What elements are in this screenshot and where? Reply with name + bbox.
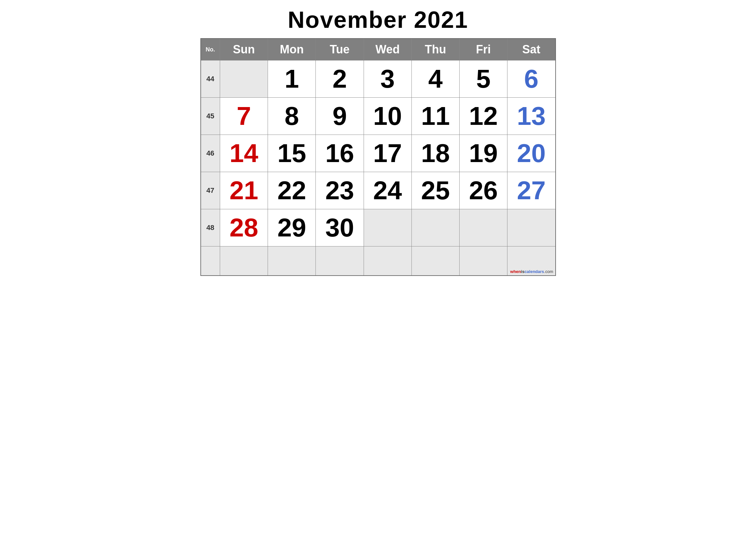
day-cell-22: 22 [268, 172, 316, 209]
week-row-46: 4614151617181920 [201, 135, 555, 172]
watermark: wheniscalendars.com [510, 269, 554, 274]
day-cell-14: 14 [220, 135, 268, 172]
day-cell-16: 16 [316, 135, 364, 172]
week-row-48: 48282930 [201, 209, 555, 246]
header-fri: Fri [459, 39, 507, 61]
day-cell-30: 30 [316, 209, 364, 246]
calendar-table: No. Sun Mon Tue Wed Thu Fri Sat 44123456… [201, 38, 556, 276]
day-cell-empty [412, 209, 459, 246]
day-cell-empty [507, 209, 555, 246]
week-number-44: 44 [201, 61, 220, 98]
day-cell-28: 28 [220, 209, 268, 246]
day-cell-3: 3 [364, 61, 412, 98]
empty-cell-last [201, 246, 220, 276]
day-cell-21: 21 [220, 172, 268, 209]
day-cell-empty [364, 209, 412, 246]
day-cell-8: 8 [268, 98, 316, 135]
calendar-title: November 2021 [201, 7, 556, 33]
day-cell-15: 15 [268, 135, 316, 172]
empty-cell-last [364, 246, 412, 276]
week-row-44: 44123456 [201, 61, 555, 98]
header-sat: Sat [507, 39, 555, 61]
watermark-cell: wheniscalendars.com [507, 246, 555, 276]
day-cell-5: 5 [459, 61, 507, 98]
empty-cell-last [268, 246, 316, 276]
day-cell-18: 18 [412, 135, 459, 172]
week-number-47: 47 [201, 172, 220, 209]
day-cell-17: 17 [364, 135, 412, 172]
header-no: No. [201, 39, 220, 61]
header-thu: Thu [412, 39, 459, 61]
day-cell-19: 19 [459, 135, 507, 172]
empty-cell-last [316, 246, 364, 276]
header-wed: Wed [364, 39, 412, 61]
day-cell-2: 2 [316, 61, 364, 98]
empty-cell-last [459, 246, 507, 276]
day-cell-27: 27 [507, 172, 555, 209]
day-cell-empty [220, 61, 268, 98]
week-row-45: 4578910111213 [201, 98, 555, 135]
day-cell-29: 29 [268, 209, 316, 246]
week-number-45: 45 [201, 98, 220, 135]
header-sun: Sun [220, 39, 268, 61]
week-number-48: 48 [201, 209, 220, 246]
day-cell-23: 23 [316, 172, 364, 209]
empty-cell-last [220, 246, 268, 276]
day-cell-6: 6 [507, 61, 555, 98]
day-cell-12: 12 [459, 98, 507, 135]
day-cell-10: 10 [364, 98, 412, 135]
week-row-47: 4721222324252627 [201, 172, 555, 209]
day-cell-7: 7 [220, 98, 268, 135]
header-tue: Tue [316, 39, 364, 61]
day-cell-25: 25 [412, 172, 459, 209]
day-cell-4: 4 [412, 61, 459, 98]
day-cell-empty [459, 209, 507, 246]
day-cell-11: 11 [412, 98, 459, 135]
day-cell-24: 24 [364, 172, 412, 209]
header-mon: Mon [268, 39, 316, 61]
day-cell-26: 26 [459, 172, 507, 209]
day-cell-9: 9 [316, 98, 364, 135]
calendar-container: November 2021 No. Sun Mon Tue Wed Thu Fr… [201, 7, 556, 276]
week-number-46: 46 [201, 135, 220, 172]
day-cell-20: 20 [507, 135, 555, 172]
header-row: No. Sun Mon Tue Wed Thu Fri Sat [201, 39, 555, 61]
last-row: wheniscalendars.com [201, 246, 555, 276]
empty-cell-last [412, 246, 459, 276]
day-cell-13: 13 [507, 98, 555, 135]
day-cell-1: 1 [268, 61, 316, 98]
